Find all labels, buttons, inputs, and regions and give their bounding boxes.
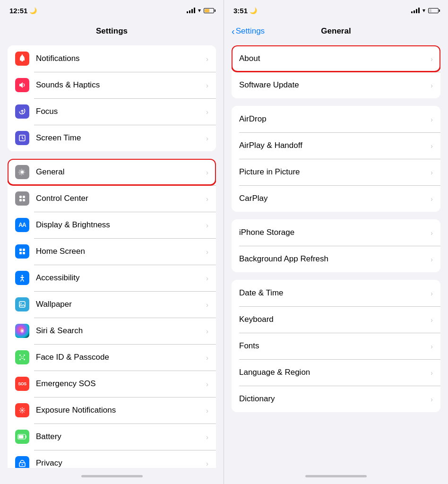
controlcenter-icon bbox=[15, 191, 29, 206]
controlcenter-chevron: › bbox=[206, 195, 208, 203]
home-bar-left bbox=[81, 475, 143, 477]
right-group-1: About › Software Update › bbox=[232, 45, 440, 98]
fonts-chevron: › bbox=[431, 342, 433, 350]
exposure-label: Exposure Notifications bbox=[36, 406, 202, 415]
row-general[interactable]: General › bbox=[8, 159, 216, 185]
row-airplay[interactable]: AirPlay & Handoff › bbox=[232, 132, 440, 159]
row-about[interactable]: About › bbox=[232, 45, 440, 72]
privacy-chevron: › bbox=[206, 459, 208, 467]
signal-icon-left bbox=[187, 8, 195, 13]
exposure-chevron: › bbox=[206, 406, 208, 415]
settings-scroll-left[interactable]: Notifications › Sounds & Haptics › Focus… bbox=[0, 42, 224, 468]
dictionary-label: Dictionary bbox=[239, 394, 427, 404]
back-button[interactable]: ‹ Settings bbox=[232, 26, 265, 36]
svg-rect-18 bbox=[19, 354, 21, 356]
row-fonts[interactable]: Fonts › bbox=[232, 333, 440, 359]
svg-point-17 bbox=[21, 330, 23, 332]
siri-label: Siri & Search bbox=[36, 326, 202, 336]
row-notifications[interactable]: Notifications › bbox=[8, 45, 216, 72]
sos-chevron: › bbox=[206, 380, 208, 388]
row-display[interactable]: AA Display & Brightness › bbox=[8, 212, 216, 238]
svg-point-1 bbox=[22, 54, 23, 55]
home-bar-right bbox=[305, 475, 367, 477]
clock-left: 12:51 bbox=[9, 7, 27, 15]
row-carplay[interactable]: CarPlay › bbox=[232, 185, 440, 212]
homescreen-chevron: › bbox=[206, 248, 208, 256]
faceid-icon bbox=[15, 350, 29, 364]
airdrop-chevron: › bbox=[431, 115, 433, 123]
row-focus[interactable]: Focus › bbox=[8, 98, 216, 125]
svg-rect-9 bbox=[19, 249, 22, 251]
pip-chevron: › bbox=[431, 168, 433, 176]
airplay-chevron: › bbox=[431, 142, 433, 150]
row-privacy[interactable]: Privacy › bbox=[8, 450, 216, 468]
moon-icon-left: 🌙 bbox=[29, 7, 37, 14]
row-screentime[interactable]: Screen Time › bbox=[8, 125, 216, 151]
moon-icon-right: 🌙 bbox=[250, 7, 257, 14]
screentime-chevron: › bbox=[206, 134, 208, 142]
carplay-chevron: › bbox=[431, 195, 433, 203]
bar4 bbox=[194, 8, 195, 13]
clock-right: 3:51 bbox=[233, 7, 248, 15]
svg-rect-6 bbox=[23, 196, 25, 198]
row-iphonestorage[interactable]: iPhone Storage › bbox=[232, 219, 440, 246]
row-language[interactable]: Language & Region › bbox=[232, 359, 440, 386]
bar3 bbox=[191, 9, 193, 13]
row-pip[interactable]: Picture in Picture › bbox=[232, 159, 440, 185]
svg-rect-14 bbox=[19, 302, 25, 307]
carplay-label: CarPlay bbox=[239, 194, 427, 203]
row-accessibility[interactable]: Accessibility › bbox=[8, 265, 216, 291]
sounds-label: Sounds & Haptics bbox=[36, 80, 202, 90]
controlcenter-label: Control Center bbox=[36, 194, 202, 203]
status-bar-right: 3:51 🌙 ▾ bbox=[224, 0, 448, 21]
privacy-icon bbox=[15, 456, 29, 468]
battery-icon-left bbox=[204, 8, 214, 13]
time-right: 3:51 🌙 bbox=[233, 7, 257, 15]
faceid-label: Face ID & Passcode bbox=[36, 353, 202, 362]
battery-chevron: › bbox=[206, 433, 208, 441]
row-softwareupdate[interactable]: Software Update › bbox=[232, 72, 440, 98]
row-sos[interactable]: SOS Emergency SOS › bbox=[8, 371, 216, 397]
svg-rect-19 bbox=[24, 354, 25, 356]
page-title-right: General bbox=[321, 26, 351, 36]
row-keyboard[interactable]: Keyboard › bbox=[232, 306, 440, 333]
row-datetime[interactable]: Date & Time › bbox=[232, 280, 440, 306]
dictionary-chevron: › bbox=[431, 395, 433, 403]
svg-rect-5 bbox=[19, 196, 22, 198]
backgroundapp-label: Background App Refresh bbox=[239, 254, 427, 264]
nav-bar-left: Settings bbox=[0, 21, 224, 42]
row-controlcenter[interactable]: Control Center › bbox=[8, 185, 216, 212]
row-exposure[interactable]: Exposure Notifications › bbox=[8, 397, 216, 424]
wallpaper-chevron: › bbox=[206, 301, 208, 309]
keyboard-chevron: › bbox=[431, 316, 433, 324]
softwareupdate-chevron: › bbox=[431, 81, 433, 89]
privacy-label: Privacy bbox=[36, 458, 202, 468]
row-wallpaper[interactable]: Wallpaper › bbox=[8, 291, 216, 318]
siri-icon bbox=[15, 324, 29, 338]
row-siri[interactable]: Siri & Search › bbox=[8, 318, 216, 344]
iphonestorage-chevron: › bbox=[431, 229, 433, 237]
row-dictionary[interactable]: Dictionary › bbox=[232, 386, 440, 412]
row-battery[interactable]: Battery › bbox=[8, 424, 216, 450]
wallpaper-icon bbox=[15, 297, 29, 311]
row-backgroundapp[interactable]: Background App Refresh › bbox=[232, 246, 440, 272]
about-label: About bbox=[239, 54, 427, 63]
focus-chevron: › bbox=[206, 108, 208, 116]
airdrop-label: AirDrop bbox=[239, 114, 427, 124]
svg-point-28 bbox=[22, 464, 23, 465]
back-chevron-icon: ‹ bbox=[232, 26, 235, 36]
settings-scroll-right[interactable]: About › Software Update › AirDrop › AirP… bbox=[224, 42, 448, 468]
nav-bar-right: ‹ Settings General bbox=[224, 21, 448, 42]
svg-rect-7 bbox=[19, 199, 22, 201]
airplay-label: AirPlay & Handoff bbox=[239, 141, 427, 150]
row-sounds[interactable]: Sounds & Haptics › bbox=[8, 72, 216, 98]
row-homescreen[interactable]: Home Screen › bbox=[8, 238, 216, 265]
screentime-icon bbox=[15, 131, 29, 145]
sounds-icon bbox=[15, 78, 29, 92]
row-faceid[interactable]: Face ID & Passcode › bbox=[8, 344, 216, 371]
display-icon: AA bbox=[15, 218, 29, 232]
svg-point-13 bbox=[22, 275, 23, 277]
svg-point-23 bbox=[23, 356, 24, 357]
row-airdrop[interactable]: AirDrop › bbox=[232, 106, 440, 132]
notifications-chevron: › bbox=[206, 55, 208, 63]
